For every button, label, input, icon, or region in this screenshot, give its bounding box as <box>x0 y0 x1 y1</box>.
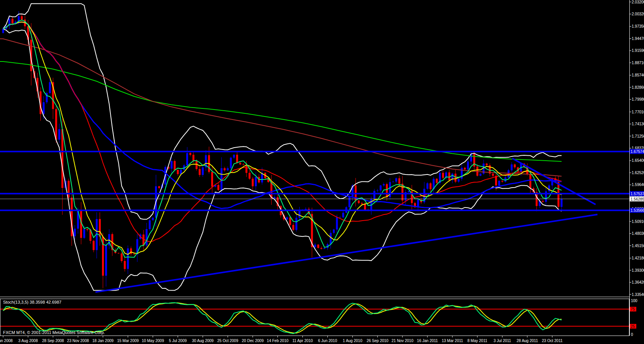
candle <box>320 248 322 249</box>
stoch-level-badge-text: 25 <box>631 324 635 329</box>
candle <box>233 155 235 158</box>
stochastic-indicator-label: Stoch(13,3,5) 38.3598 42.6987 <box>3 300 62 304</box>
date-tick-label: 8 May 2011 <box>467 339 487 343</box>
date-tick-label: 26 Sep 2010 <box>367 339 389 343</box>
candle <box>383 184 385 185</box>
date-tick-label: 14 Feb 2010 <box>267 339 289 343</box>
candle <box>330 233 332 244</box>
price-tick-label: 1.50910 <box>632 219 644 224</box>
candle <box>548 185 550 191</box>
candle <box>349 196 350 207</box>
price-tick-label: 1.79980 <box>632 97 644 101</box>
candle <box>358 201 360 203</box>
candle <box>395 178 397 182</box>
candle <box>118 253 120 253</box>
price-tick-label: 1.48030 <box>632 231 644 236</box>
candle <box>146 229 148 246</box>
candle <box>158 186 160 188</box>
candle <box>417 200 419 208</box>
candle <box>514 165 516 168</box>
candle <box>186 153 188 165</box>
candle <box>339 217 341 218</box>
candle <box>245 165 247 173</box>
date-tick-label: 6 Jun 2010 <box>318 339 337 343</box>
candle <box>324 248 325 249</box>
candle <box>317 244 319 248</box>
candle <box>289 217 291 225</box>
candle <box>501 181 503 181</box>
mt4-chart-window: 2.032002.003201.973501.944701.915901.887… <box>0 0 644 344</box>
candle <box>504 178 506 182</box>
candle <box>455 174 457 182</box>
candle <box>336 217 338 229</box>
candle <box>177 170 179 174</box>
date-tick-label: 5 Jul 2009 <box>169 339 187 343</box>
candle <box>274 197 275 198</box>
candle <box>542 201 544 202</box>
candle <box>21 16 23 20</box>
candle <box>392 182 394 182</box>
price-tick-label: 1.33540 <box>632 292 644 297</box>
price-tick-label: 1.74130 <box>632 122 644 126</box>
candle <box>529 174 531 188</box>
date-tick-label: 20 Dec 2009 <box>242 339 264 343</box>
candle <box>467 161 469 170</box>
candle <box>249 173 250 179</box>
candle <box>255 177 257 186</box>
price-tick-label: 2.03200 <box>632 0 644 4</box>
candle <box>408 191 410 192</box>
candle <box>479 174 481 176</box>
candle <box>62 129 63 188</box>
candle <box>427 183 429 189</box>
candle <box>361 203 363 204</box>
candle <box>242 165 244 165</box>
stoch-scale-bottom-label: 0 <box>631 332 633 337</box>
candle <box>171 161 173 169</box>
candle <box>561 199 562 207</box>
candle <box>386 184 388 197</box>
date-tick-label: 3 Aug 2008 <box>18 339 38 343</box>
date-tick-label: 18 Jan 2009 <box>92 339 113 343</box>
candle <box>448 173 450 180</box>
candle <box>211 172 213 186</box>
price-tick-label: 1.62520 <box>632 171 644 175</box>
candle <box>83 229 85 238</box>
candle <box>124 261 126 269</box>
candle <box>152 218 154 221</box>
price-tick-label: 1.77010 <box>632 110 644 114</box>
price-tick-label: 1.85740 <box>632 73 644 77</box>
candle <box>133 254 135 254</box>
candle <box>49 82 51 93</box>
date-tick-label: 30 Aug 2009 <box>192 339 214 343</box>
candle <box>105 246 107 276</box>
candle <box>342 213 344 217</box>
candle <box>230 158 232 168</box>
candle <box>127 248 129 269</box>
candle <box>202 167 204 175</box>
chart-canvas[interactable]: 2.032002.003201.973501.944701.915901.887… <box>0 0 644 344</box>
candle <box>199 169 201 175</box>
candle <box>458 179 460 182</box>
price-tick-label: 1.39300 <box>632 268 644 273</box>
candle <box>545 191 547 202</box>
candle <box>364 204 366 210</box>
price-tick-label: 1.45150 <box>632 244 644 248</box>
candle <box>87 229 88 230</box>
price-tick-label: 2.00320 <box>632 12 644 16</box>
date-tick-label: 15 Mar 2009 <box>117 339 139 343</box>
candle <box>430 183 432 189</box>
candle <box>402 184 404 201</box>
date-tick-label: 10 May 2009 <box>142 339 164 343</box>
date-tick-label: 11 Apr 2010 <box>292 339 313 343</box>
candle <box>436 179 438 183</box>
date-tick-label: 3 Jul 2011 <box>494 339 511 343</box>
candle <box>442 173 444 178</box>
candle <box>236 155 238 163</box>
copyright-watermark: FXCM MT4, © 2001-2011 MetaQuotes Softwar… <box>3 330 105 335</box>
date-tick-label: 28 Aug 2011 <box>517 339 538 343</box>
date-tick-label: 25 Oct 2009 <box>217 339 239 343</box>
current-price-badge-text: 1.56285 <box>631 197 644 201</box>
candle <box>252 179 254 186</box>
candle <box>121 253 123 261</box>
price-tick-label: 1.88710 <box>632 61 644 65</box>
